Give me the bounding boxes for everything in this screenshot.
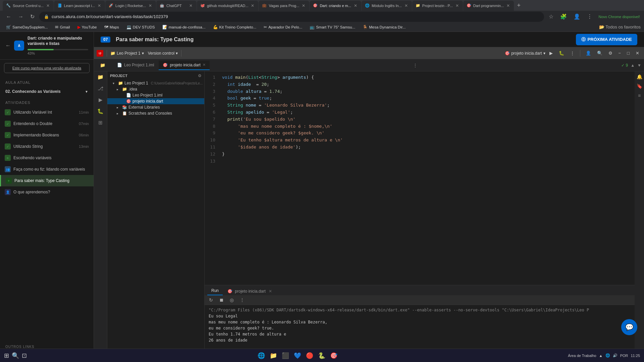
dart-taskbar-icon[interactable]: 🎯: [329, 351, 339, 361]
git-icon[interactable]: ⎇: [98, 85, 103, 92]
volume-icon[interactable]: 🔊: [613, 353, 618, 358]
bookmark-aparador[interactable]: ✂ Aparador De Pelo...: [261, 24, 305, 30]
back-button[interactable]: ←: [4, 12, 13, 21]
bookmark-gmail[interactable]: ✉ Gmail: [52, 24, 72, 30]
tab-close-icon[interactable]: ✕: [250, 3, 255, 9]
back-icon[interactable]: ←: [5, 43, 11, 49]
update-banner[interactable]: Este curso ganhou uma versão atualizada: [4, 63, 90, 73]
editor-tab-more-icon[interactable]: ⋮: [412, 62, 419, 69]
file-explorer-taskbar-icon[interactable]: 📁: [268, 351, 278, 361]
activity-item-active[interactable]: + Para saber mais: Type Casting: [0, 175, 94, 186]
bookmarks-more-icon[interactable]: 📂 Todos os favoritos: [599, 24, 641, 29]
bookmarks-icon[interactable]: 🔖: [637, 83, 642, 89]
tab-github[interactable]: 🐙 github modulogit/READ... ✕: [197, 1, 259, 11]
tab-dart-active[interactable]: 🎯 Dart: criando e m... ✕: [310, 1, 361, 11]
profile-icon[interactable]: 👤: [572, 12, 582, 21]
code-content[interactable]: void main(List<String> arguments) { int …: [218, 71, 635, 285]
bookmark-kit-treino[interactable]: 💪 Kit Treino Completo...: [210, 24, 259, 30]
tab-close-icon[interactable]: ✕: [301, 3, 306, 9]
close-button[interactable]: ✕: [634, 50, 641, 57]
tab-close-icon[interactable]: ✕: [97, 3, 102, 9]
run-button[interactable]: ▶: [547, 50, 555, 57]
tree-root-item[interactable]: ▾ 📁 Leo Project 1 C:\Users\Gabriel\IdeaP…: [107, 80, 204, 86]
run-tab[interactable]: Run: [207, 287, 223, 295]
bug-icon[interactable]: 🐛: [97, 108, 104, 114]
tab-close-icon[interactable]: ✕: [203, 63, 206, 67]
tab-learn-js[interactable]: 📘 Learn javascript i... ✕: [54, 1, 105, 11]
chevron-down-icon[interactable]: ▼: [637, 63, 641, 68]
reload-button[interactable]: ↻: [28, 12, 37, 21]
bookmark-smart-tv[interactable]: 📺 Smart TV 75" Samsu...: [307, 24, 358, 30]
chrome-taskbar-icon[interactable]: 🌐: [256, 351, 266, 361]
run-icon[interactable]: ▶: [99, 97, 103, 103]
menu-icon[interactable]: ⋮: [585, 12, 594, 21]
network-icon[interactable]: 🌐: [605, 353, 610, 358]
tab-close-icon[interactable]: ✕: [455, 3, 460, 9]
bookmark-mesa[interactable]: 🪑 Mesa Dynamica Dir...: [360, 24, 408, 30]
tab-project-leozin[interactable]: 📁 Project leozin - P... ✕: [412, 1, 463, 11]
windows-start-icon[interactable]: ⊞: [4, 352, 9, 359]
activity-item[interactable]: ✓ Utilizando Variável Int 11min: [0, 107, 94, 118]
file-path-selector[interactable]: 🎯 projeto inicia.dart ▾: [505, 51, 545, 56]
tab-source-control[interactable]: 🔧 Source Control u... ✕: [3, 1, 54, 11]
activity-item[interactable]: ✓ Utilizando String 13min: [0, 141, 94, 152]
activity-item[interactable]: 👥 Faça como eu fiz: lidando com variávei…: [0, 164, 94, 175]
bookmark-maps[interactable]: 🗺 Maps: [102, 24, 122, 30]
tab-close-icon[interactable]: ✕: [148, 3, 153, 9]
activity-item[interactable]: ✓ Implementando Booleans 06min: [0, 129, 94, 141]
bookmark-star-icon[interactable]: ☆: [547, 12, 555, 21]
file-tree-icon[interactable]: 📁: [100, 63, 105, 68]
current-section-name[interactable]: 02. Conhecendo as Variáveis ▼: [0, 86, 94, 97]
activity-item[interactable]: 👤 O que aprendemos?: [0, 186, 94, 198]
more-actions-button[interactable]: ⋮: [238, 297, 246, 303]
find-button[interactable]: 🔍: [595, 50, 604, 57]
bookmark-dev-studs[interactable]: 💻 DEV STUDS: [124, 24, 158, 30]
forward-button[interactable]: →: [16, 12, 25, 21]
tab-vagas[interactable]: 💼 Vagas para Prog... ✕: [259, 1, 309, 11]
editor-tab-dart[interactable]: 🎯 projeto inicia.dart ✕: [159, 61, 209, 70]
chat-button[interactable]: 💬: [621, 319, 637, 335]
tree-scratches-consoles[interactable]: ▸ 📋 Scratches and Consoles: [107, 110, 204, 116]
python-taskbar-icon[interactable]: 🐍: [317, 351, 327, 361]
tab-close-icon[interactable]: ✕: [353, 3, 358, 9]
minimize-button[interactable]: −: [616, 50, 623, 57]
bookmark-youtube[interactable]: ▶ YouTube: [75, 24, 100, 30]
notifications-icon[interactable]: 🔔: [637, 74, 642, 79]
dart-run-tab[interactable]: 🎯 projeto inicia.dart ✕: [223, 287, 276, 295]
next-activity-button[interactable]: ⓪ PRÓXIMA ATIVIDADE: [576, 34, 637, 45]
settings-icon[interactable]: ⚙: [606, 50, 614, 57]
extensions-icon[interactable]: 🧩: [558, 12, 569, 21]
tree-external-libraries[interactable]: ▸ 📚 External Libraries: [107, 104, 204, 110]
search-taskbar-icon[interactable]: 🔍: [12, 352, 19, 359]
tree-settings-icon[interactable]: ⚙: [198, 73, 202, 78]
tab-ingles[interactable]: 🌐 Módulo Inglês In... ✕: [362, 1, 412, 11]
new-tab-button[interactable]: +: [514, 2, 523, 9]
close-run-tab-icon[interactable]: ✕: [269, 289, 272, 294]
tree-idea-folder[interactable]: ▸ 📁 .idea: [107, 86, 204, 92]
rerun-button[interactable]: ↻: [207, 297, 215, 303]
tab-close-icon[interactable]: ✕: [404, 3, 409, 9]
version-control-selector[interactable]: Version control ▾: [148, 51, 178, 56]
tab-rocketset[interactable]: 🚀 Login | Rocketse... ✕: [105, 1, 156, 11]
tab-close-icon[interactable]: ✕: [46, 3, 50, 9]
folder-icon[interactable]: 📁: [97, 74, 104, 80]
bookmark-manual[interactable]: 📝 manual-de-confissa...: [160, 24, 208, 30]
more-options-button[interactable]: ⋮: [568, 50, 577, 57]
vscode-taskbar-icon[interactable]: 💙: [292, 351, 303, 361]
tab-close-icon[interactable]: ✕: [189, 3, 193, 9]
tab-close-icon[interactable]: ✕: [506, 3, 511, 9]
address-bar[interactable]: 🔒 cursos.alura.com.br/course/dart-variav…: [39, 12, 544, 22]
intellij-taskbar-icon[interactable]: 🔴: [305, 351, 315, 361]
stop-button[interactable]: ⏹: [217, 297, 225, 303]
chevron-up-icon[interactable]: ▲: [631, 63, 635, 68]
structure-icon[interactable]: ≡: [638, 93, 641, 98]
activity-item[interactable]: ≡ Escolhendo variáveis: [0, 152, 94, 164]
taskview-icon[interactable]: ⊡: [22, 352, 27, 359]
debug-button[interactable]: 🐛: [557, 50, 566, 57]
terminal-taskbar-icon[interactable]: ⬛: [280, 351, 290, 361]
tab-chatgpt[interactable]: 🤖 ChatGPT ✕: [156, 1, 197, 11]
coverage-button[interactable]: ◎: [228, 297, 235, 303]
maximize-button[interactable]: □: [625, 50, 632, 57]
tree-dart-file[interactable]: 🎯 projeto inicia.dart: [107, 98, 204, 104]
bookmark-same-day[interactable]: 🛒 SameDaySupplem...: [3, 24, 50, 30]
